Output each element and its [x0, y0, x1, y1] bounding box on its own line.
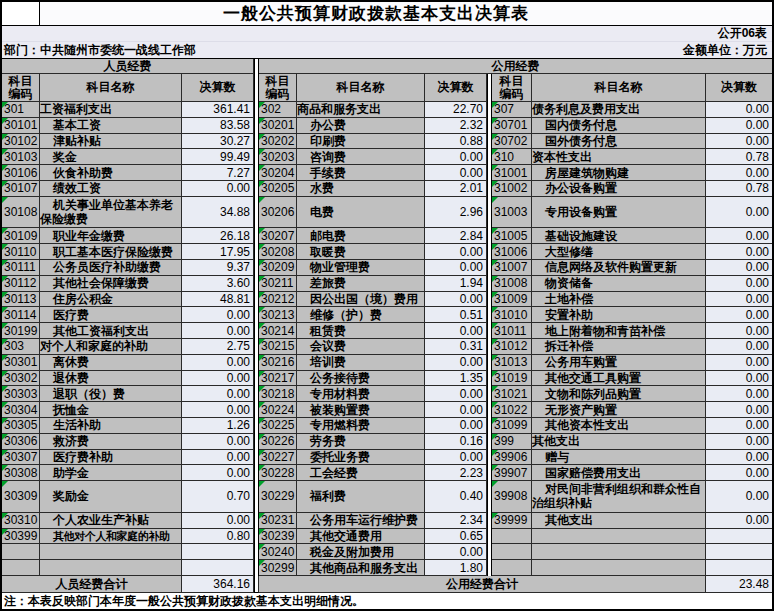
- amount-cell[interactable]: 0.00: [182, 355, 254, 371]
- subject-code-cell[interactable]: 39907: [492, 465, 532, 481]
- subject-name-cell[interactable]: 水费: [297, 181, 425, 197]
- amount-cell[interactable]: 0.16: [425, 434, 487, 450]
- header-subject-name[interactable]: 科目名称: [40, 74, 182, 102]
- amount-cell[interactable]: 22.70: [425, 102, 487, 118]
- subject-code-cell[interactable]: 30217: [259, 371, 297, 387]
- amount-cell[interactable]: 30.27: [182, 134, 254, 150]
- subject-name-cell[interactable]: 劳务费: [297, 434, 425, 450]
- header-amount[interactable]: 决算数: [425, 74, 487, 102]
- page-title[interactable]: 一般公共预算财政拨款基本支出决算表: [40, 2, 772, 26]
- subject-name-cell[interactable]: 专用材料费: [297, 386, 425, 402]
- subject-name-cell[interactable]: 无形资产购置: [532, 402, 706, 418]
- subject-code-cell[interactable]: 31013: [492, 355, 532, 371]
- amount-cell[interactable]: 0.00: [182, 434, 254, 450]
- subject-name-cell[interactable]: 医疗费补助: [40, 450, 182, 466]
- subject-code-cell[interactable]: 30213: [259, 307, 297, 323]
- subject-code-cell[interactable]: 31019: [492, 371, 532, 387]
- subject-name-cell[interactable]: 工资福利支出: [40, 102, 182, 118]
- subject-name-cell[interactable]: 其他支出: [532, 434, 706, 450]
- amount-cell[interactable]: 0.00: [706, 355, 772, 371]
- subject-code-cell[interactable]: 30209: [259, 260, 297, 276]
- subject-name-cell[interactable]: 对民间非营利组织和群众性自治组织补贴: [532, 481, 706, 513]
- subject-name-cell[interactable]: 其他交通工具购置: [532, 371, 706, 387]
- subject-name-cell[interactable]: 抚恤金: [40, 402, 182, 418]
- subject-code-cell[interactable]: 39999: [492, 513, 532, 529]
- amount-cell[interactable]: 0.00: [706, 450, 772, 466]
- amount-cell[interactable]: 0.00: [182, 450, 254, 466]
- subject-name-cell[interactable]: 个人农业生产补贴: [40, 513, 182, 529]
- amount-cell[interactable]: 0.00: [425, 292, 487, 308]
- subject-code-cell[interactable]: 31099: [492, 418, 532, 434]
- amount-cell[interactable]: 0.00: [425, 260, 487, 276]
- subject-code-cell[interactable]: 31021: [492, 386, 532, 402]
- header-subject-code[interactable]: 科目编码: [259, 74, 297, 102]
- subject-code-cell[interactable]: 30310: [2, 513, 40, 529]
- amount-cell[interactable]: [706, 529, 772, 545]
- subject-name-cell[interactable]: 印刷费: [297, 134, 425, 150]
- subject-name-cell[interactable]: 其他支出: [532, 513, 706, 529]
- amount-cell[interactable]: 0.00: [425, 149, 487, 165]
- subject-code-cell[interactable]: 30231: [259, 513, 297, 529]
- subject-name-cell[interactable]: 公务员医疗补助缴费: [40, 260, 182, 276]
- subject-name-cell[interactable]: 大型修缮: [532, 244, 706, 260]
- amount-cell[interactable]: 0.00: [182, 323, 254, 339]
- amount-cell[interactable]: 0.00: [706, 102, 772, 118]
- subject-name-cell[interactable]: 地上附着物和青苗补偿: [532, 323, 706, 339]
- amount-cell[interactable]: 0.00: [182, 386, 254, 402]
- subject-code-cell[interactable]: 30110: [2, 244, 40, 260]
- subject-name-cell[interactable]: 办公设备购置: [532, 181, 706, 197]
- subject-code-cell[interactable]: 30305: [2, 418, 40, 434]
- subject-name-cell[interactable]: 取暖费: [297, 244, 425, 260]
- subject-name-cell[interactable]: [532, 544, 706, 560]
- amount-cell[interactable]: 0.00: [182, 181, 254, 197]
- subject-name-cell[interactable]: 退职（役）费: [40, 386, 182, 402]
- subject-code-cell[interactable]: 30108: [2, 197, 40, 229]
- subject-code-cell[interactable]: 307: [492, 102, 532, 118]
- subject-code-cell[interactable]: [492, 544, 532, 560]
- subject-name-cell[interactable]: 专用燃料费: [297, 418, 425, 434]
- subject-code-cell[interactable]: 31010: [492, 307, 532, 323]
- subject-code-cell[interactable]: [492, 560, 532, 576]
- public-total-label[interactable]: 公用经费合计: [259, 576, 706, 593]
- subject-code-cell[interactable]: 30205: [259, 181, 297, 197]
- section-personnel-funds[interactable]: 人员经费: [2, 59, 254, 74]
- amount-cell[interactable]: 0.00: [706, 276, 772, 292]
- subject-name-cell[interactable]: 专用设备购置: [532, 197, 706, 229]
- amount-cell[interactable]: 0.00: [425, 418, 487, 434]
- unit-label[interactable]: 金额单位：万元: [683, 42, 767, 59]
- subject-name-cell[interactable]: 电费: [297, 197, 425, 229]
- personnel-total-value[interactable]: 364.16: [182, 576, 254, 593]
- subject-code-cell[interactable]: 30215: [259, 339, 297, 355]
- subject-code-cell[interactable]: 30216: [259, 355, 297, 371]
- subject-code-cell[interactable]: 30201: [259, 118, 297, 134]
- subject-code-cell[interactable]: 30240: [259, 544, 297, 560]
- subject-code-cell[interactable]: 30307: [2, 450, 40, 466]
- subject-code-cell[interactable]: 30309: [2, 481, 40, 513]
- subject-code-cell[interactable]: 30399: [2, 529, 40, 545]
- amount-cell[interactable]: 83.58: [182, 118, 254, 134]
- subject-code-cell[interactable]: 30218: [259, 386, 297, 402]
- personnel-total-label[interactable]: 人员经费合计: [2, 576, 182, 593]
- header-subject-code[interactable]: 科目编码: [492, 74, 532, 102]
- subject-code-cell[interactable]: 302: [259, 102, 297, 118]
- amount-cell[interactable]: 1.80: [425, 560, 487, 576]
- subject-name-cell[interactable]: 债务利息及费用支出: [532, 102, 706, 118]
- amount-cell[interactable]: 0.00: [425, 450, 487, 466]
- sheet-code-label[interactable]: 公开06表: [718, 25, 767, 42]
- subject-name-cell[interactable]: [532, 529, 706, 545]
- subject-name-cell[interactable]: 国外债务付息: [532, 134, 706, 150]
- amount-cell[interactable]: 26.18: [182, 228, 254, 244]
- subject-code-cell[interactable]: 30301: [2, 355, 40, 371]
- subject-code-cell[interactable]: [2, 560, 40, 576]
- amount-cell[interactable]: 361.41: [182, 102, 254, 118]
- subject-name-cell[interactable]: [40, 560, 182, 576]
- subject-code-cell[interactable]: 31022: [492, 402, 532, 418]
- subject-code-cell[interactable]: 30214: [259, 323, 297, 339]
- header-amount[interactable]: 决算数: [182, 74, 254, 102]
- amount-cell[interactable]: 1.35: [425, 371, 487, 387]
- amount-cell[interactable]: 0.00: [706, 307, 772, 323]
- subject-name-cell[interactable]: 会议费: [297, 339, 425, 355]
- subject-name-cell[interactable]: 赠与: [532, 450, 706, 466]
- amount-cell[interactable]: 2.84: [425, 228, 487, 244]
- amount-cell[interactable]: 0.00: [706, 323, 772, 339]
